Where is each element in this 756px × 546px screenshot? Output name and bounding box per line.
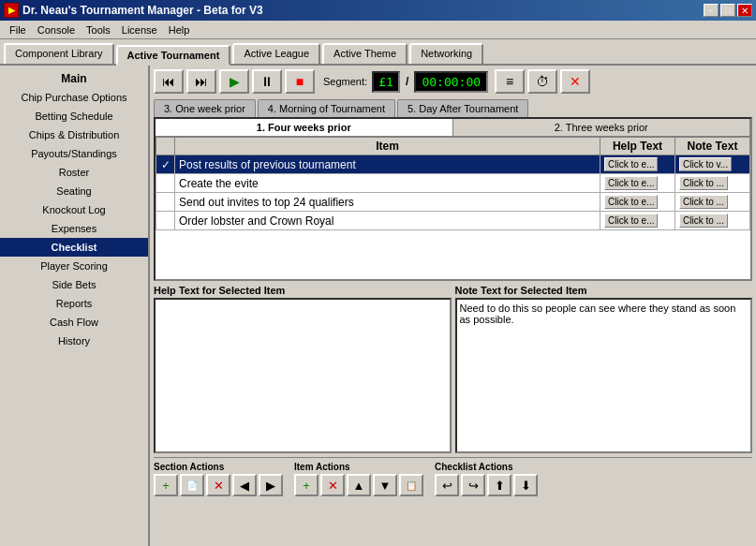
sub-tab-day-after[interactable]: 5. Day After Tournament <box>397 99 528 117</box>
help-text-button-2[interactable]: Click to e... <box>604 176 658 190</box>
menu-console[interactable]: Console <box>32 22 81 37</box>
item-cell: Create the evite <box>175 174 600 193</box>
sub-tab-morning[interactable]: 4. Morning of Tournament <box>258 99 395 117</box>
delete-section-button[interactable]: ✕ <box>206 474 230 496</box>
sidebar-item-betting[interactable]: Betting Schedule <box>0 107 148 125</box>
table-row[interactable]: Create the evite Click to e... Click to … <box>156 174 750 193</box>
sidebar-item-chip-purchase[interactable]: Chip Purchase Options <box>0 88 148 107</box>
checklist-action-3[interactable]: ⬆ <box>487 474 511 496</box>
item-cell: Post results of previous tournament <box>175 155 600 174</box>
note-text-panel: Note Text for Selected Item Need to do t… <box>455 285 753 453</box>
sidebar-item-side-bets[interactable]: Side Bets <box>0 275 148 294</box>
tab-component-library[interactable]: Component Library <box>4 43 114 64</box>
table-row[interactable]: ✓ Post results of previous tournament Cl… <box>156 155 750 174</box>
minimize-button[interactable]: − <box>704 4 719 17</box>
sidebar-item-roster[interactable]: Roster <box>0 163 148 182</box>
clock-button[interactable]: ⏱ <box>527 69 557 94</box>
week-tab-three-weeks[interactable]: 2. Three weeks prior <box>453 119 751 136</box>
right-panel: ⏮ ⏭ ▶ ⏸ ■ Segment: £1 / 00:00:00 ≡ ⏱ ✕ 3… <box>150 66 756 546</box>
align-button[interactable]: ≡ <box>495 69 525 94</box>
tab-active-theme[interactable]: Active Theme <box>322 43 408 64</box>
checklist-action-4[interactable]: ⬇ <box>513 474 538 496</box>
check-cell[interactable] <box>156 212 175 230</box>
help-cell[interactable]: Click to e... <box>600 155 675 174</box>
title-bar: ▶ Dr. Neau's Tournament Manager - Beta f… <box>0 0 756 21</box>
section-actions-label: Section Actions <box>154 462 283 472</box>
help-text-area[interactable] <box>154 298 452 453</box>
window-title: Dr. Neau's Tournament Manager - Beta for… <box>22 4 263 17</box>
move-down-button[interactable]: ▼ <box>373 474 397 496</box>
sidebar-item-knockout[interactable]: Knockout Log <box>0 200 148 219</box>
note-cell[interactable]: Click to ... <box>675 193 750 212</box>
sidebar-item-payouts[interactable]: Payouts/Standings <box>0 144 148 163</box>
col-help: Help Text <box>600 138 675 155</box>
close-button[interactable]: ✕ <box>737 4 752 17</box>
add-item-button[interactable]: + <box>294 474 319 496</box>
sidebar: Main Chip Purchase Options Betting Sched… <box>0 66 150 546</box>
table-row[interactable]: Send out invites to top 24 qualifiers Cl… <box>156 193 750 212</box>
note-cell[interactable]: Click to ... <box>675 174 750 193</box>
sub-tab-one-week[interactable]: 3. One week prior <box>154 99 256 117</box>
prev-button[interactable]: ⏭ <box>186 69 216 94</box>
note-text-button-3[interactable]: Click to ... <box>679 195 728 209</box>
note-cell[interactable]: Click to ... <box>675 212 750 230</box>
week-tab-bar: 1. Four weeks prior 2. Three weeks prior <box>156 119 750 137</box>
sidebar-item-checklist[interactable]: Checklist <box>0 238 148 257</box>
item-actions-label: Item Actions <box>294 462 423 472</box>
help-text-button-3[interactable]: Click to e... <box>604 195 658 209</box>
sidebar-item-seating[interactable]: Seating <box>0 182 148 200</box>
note-cell[interactable]: Click to v... <box>675 155 750 174</box>
add-section-button[interactable]: + <box>154 474 178 496</box>
sidebar-item-player-scoring[interactable]: Player Scoring <box>0 257 148 275</box>
copy-item-button[interactable]: 📋 <box>399 474 423 496</box>
x-button[interactable]: ✕ <box>560 69 590 94</box>
prev-section-button[interactable]: ◀ <box>232 474 257 496</box>
next-section-button[interactable]: ▶ <box>259 474 283 496</box>
checklist-action-1[interactable]: ↩ <box>435 474 459 496</box>
copy-section-button[interactable]: 📄 <box>180 474 204 496</box>
tab-active-tournament[interactable]: Active Tournament <box>116 45 231 66</box>
stop-button[interactable]: ■ <box>285 69 315 94</box>
note-text-button-2[interactable]: Click to ... <box>679 176 728 190</box>
help-cell[interactable]: Click to e... <box>600 193 675 212</box>
sidebar-item-cash-flow[interactable]: Cash Flow <box>0 313 148 332</box>
note-text-button-1[interactable]: Click to v... <box>679 157 732 171</box>
item-actions-group: Item Actions + ✕ ▲ ▼ 📋 <box>294 462 423 496</box>
check-cell[interactable] <box>156 174 175 193</box>
note-text-label: Note Text for Selected Item <box>455 285 753 296</box>
menu-help[interactable]: Help <box>163 22 196 37</box>
tab-active-league[interactable]: Active League <box>232 43 320 64</box>
menu-file[interactable]: File <box>4 22 32 37</box>
help-text-button-4[interactable]: Click to e... <box>604 214 658 228</box>
sidebar-item-expenses[interactable]: Expenses <box>0 219 148 238</box>
help-cell[interactable]: Click to e... <box>600 212 675 230</box>
delete-item-button[interactable]: ✕ <box>320 474 345 496</box>
help-text-panel: Help Text for Selected Item <box>154 285 452 453</box>
item-cell: Send out invites to top 24 qualifiers <box>175 193 600 212</box>
check-cell[interactable]: ✓ <box>156 155 175 174</box>
skip-first-button[interactable]: ⏮ <box>154 69 184 94</box>
pause-button[interactable]: ⏸ <box>252 69 282 94</box>
bottom-panels: Help Text for Selected Item Note Text fo… <box>154 285 752 453</box>
item-cell: Order lobster and Crown Royal <box>175 212 600 230</box>
week-tab-four-weeks[interactable]: 1. Four weeks prior <box>156 119 453 136</box>
table-row[interactable]: Order lobster and Crown Royal Click to e… <box>156 212 750 230</box>
maximize-button[interactable]: □ <box>720 4 735 17</box>
timer-display: 00:00:00 <box>414 71 488 93</box>
note-text-area[interactable]: Need to do this so people can see where … <box>455 298 753 453</box>
help-cell[interactable]: Click to e... <box>600 174 675 193</box>
checklist-actions-label: Checklist Actions <box>435 462 538 472</box>
sidebar-item-history[interactable]: History <box>0 332 148 350</box>
sidebar-item-chips[interactable]: Chips & Distribution <box>0 125 148 144</box>
col-item: Item <box>175 138 600 155</box>
check-cell[interactable] <box>156 193 175 212</box>
sidebar-item-reports[interactable]: Reports <box>0 294 148 313</box>
menu-tools[interactable]: Tools <box>81 22 116 37</box>
move-up-button[interactable]: ▲ <box>347 474 371 496</box>
menu-license[interactable]: License <box>116 22 163 37</box>
tab-networking[interactable]: Networking <box>409 43 483 64</box>
checklist-action-2[interactable]: ↪ <box>461 474 485 496</box>
note-text-button-4[interactable]: Click to ... <box>679 214 728 228</box>
help-text-button-1[interactable]: Click to e... <box>604 157 658 171</box>
play-button[interactable]: ▶ <box>219 69 249 94</box>
